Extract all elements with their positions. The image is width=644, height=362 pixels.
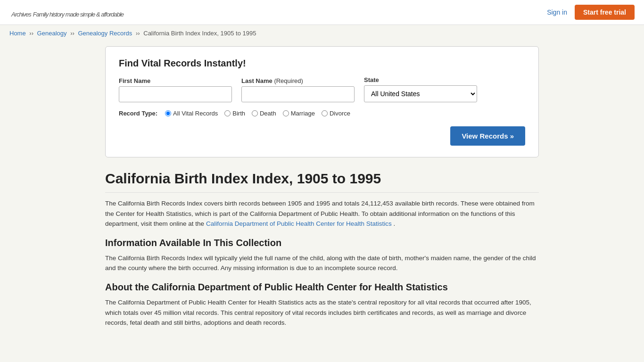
section2-title: About the California Department of Publi… [105,282,539,293]
breadcrumb-current: California Birth Index Index, 1905 to 19… [143,30,256,37]
radio-all[interactable] [165,110,171,116]
article: California Birth Index Index, 1905 to 19… [105,171,539,328]
first-name-label: First Name [119,77,232,84]
search-fields: First Name Last Name (Required) State Al… [119,76,525,102]
first-name-input[interactable] [119,86,232,102]
article-intro-end: . [394,220,396,227]
record-type-death[interactable]: Death [252,110,276,117]
record-type-label: Record Type: [119,110,157,117]
radio-death[interactable] [252,110,258,116]
search-title: Find Vital Records Instantly! [119,58,525,69]
header-left: ArchivesFamily history made simple & aff… [9,5,124,20]
main-content: Find Vital Records Instantly! First Name… [96,41,548,355]
section2-text: The California Department of Public Heal… [105,297,539,328]
last-name-label: Last Name (Required) [241,77,355,84]
radio-divorce[interactable] [322,110,328,116]
sign-in-link[interactable]: Sign in [547,8,567,16]
record-type-marriage[interactable]: Marriage [283,110,315,117]
site-header: ArchivesFamily history made simple & aff… [0,0,644,25]
record-type-all[interactable]: All Vital Records [165,110,218,117]
breadcrumb: Home ›› Genealogy ›› Genealogy Records ›… [0,25,644,41]
search-box: Find Vital Records Instantly! First Name… [105,46,539,157]
state-group: State All United States Alabama Alaska A… [364,76,477,102]
section1-title: Information Available In This Collection [105,238,539,248]
breadcrumb-home[interactable]: Home [9,30,26,37]
radio-marriage[interactable] [283,110,289,116]
last-name-group: Last Name (Required) [241,77,355,102]
breadcrumb-genealogy-records[interactable]: Genealogy Records [78,30,132,37]
breadcrumb-sep-3: ›› [136,30,140,37]
record-type-options: All Vital Records Birth Death Marriage D… [165,110,350,117]
radio-birth[interactable] [224,110,231,116]
section1-text: The California Birth Records Index will … [105,253,539,273]
record-type-birth[interactable]: Birth [224,110,245,117]
breadcrumb-genealogy[interactable]: Genealogy [37,30,67,37]
article-intro-link[interactable]: California Department of Public Health C… [206,220,392,227]
last-name-input[interactable] [241,86,355,102]
breadcrumb-sep-1: ›› [29,30,33,37]
first-name-group: First Name [119,77,232,102]
start-trial-button[interactable]: Start free trial [575,5,635,20]
record-type-row: Record Type: All Vital Records Birth Dea… [119,110,525,117]
view-records-row: View Records » [119,126,525,146]
site-logo: ArchivesFamily history made simple & aff… [9,5,124,20]
article-title: California Birth Index Index, 1905 to 19… [105,171,539,193]
logo-tagline: Family history made simple & affordable [33,11,124,18]
state-select[interactable]: All United States Alabama Alaska Arizona… [364,85,477,102]
article-intro: The California Birth Records Index cover… [105,198,539,229]
state-label: State [364,76,477,83]
breadcrumb-sep-2: ›› [70,30,74,37]
logo-text: Archives [11,11,31,18]
view-records-button[interactable]: View Records » [450,126,525,146]
header-right: Sign in Start free trial [547,5,635,20]
record-type-divorce[interactable]: Divorce [322,110,350,117]
